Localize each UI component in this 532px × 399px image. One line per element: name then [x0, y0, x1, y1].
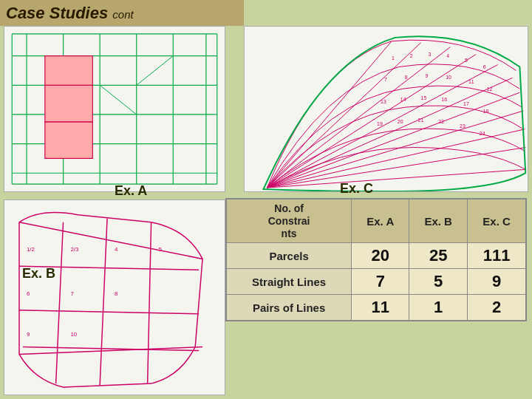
svg-text:5: 5 [159, 246, 163, 253]
svg-text:9: 9 [27, 331, 30, 338]
title-bar: Case Studies cont [0, 0, 244, 26]
map-c-svg: 123 456 789 101112 131415 161718 192021 … [245, 27, 528, 191]
svg-text:7: 7 [384, 77, 387, 82]
svg-text:11: 11 [468, 79, 474, 84]
svg-text:13: 13 [381, 99, 386, 104]
table-header-row: No. ofConstraints Ex. A Ex. B Ex. C [227, 200, 526, 243]
subtitle-text: cont [112, 8, 133, 21]
svg-text:9: 9 [426, 73, 429, 78]
svg-text:18: 18 [483, 109, 489, 114]
svg-rect-14 [45, 56, 92, 86]
svg-text:2: 2 [410, 53, 413, 58]
svg-text:10: 10 [70, 331, 77, 338]
col-header-ex-b: Ex. B [409, 200, 468, 243]
svg-text:3: 3 [428, 52, 431, 57]
svg-text:6: 6 [27, 290, 30, 297]
svg-text:1: 1 [392, 55, 395, 61]
cell-row1-col2: 9 [468, 269, 526, 295]
row-label-1: Straight Lines [227, 269, 352, 295]
svg-text:20: 20 [398, 119, 403, 124]
ex-b-text: Ex. B [22, 266, 55, 281]
svg-text:14: 14 [400, 97, 406, 102]
ex-a-text: Ex. A [115, 183, 147, 198]
table-row: Pairs of Lines1112 [227, 295, 526, 321]
svg-text:5: 5 [465, 58, 468, 63]
cell-row1-col0: 7 [352, 269, 409, 295]
svg-rect-13 [45, 85, 92, 122]
table-body: Parcels2025111Straight Lines759Pairs of … [227, 243, 526, 321]
svg-text:8: 8 [405, 75, 408, 80]
map-example-a [4, 26, 225, 192]
svg-text:16: 16 [441, 97, 447, 102]
table-row: Parcels2025111 [227, 243, 526, 269]
svg-text:21: 21 [418, 117, 424, 123]
svg-text:7: 7 [70, 290, 73, 297]
svg-rect-0 [4, 27, 224, 191]
svg-text:10: 10 [446, 75, 451, 80]
row-label-0: Parcels [227, 243, 352, 269]
svg-rect-12 [45, 122, 92, 159]
map-b-svg: 1/2 2/3 4 5 6 7 8 9 10 [4, 200, 225, 395]
col-header-ex-c: Ex. C [468, 200, 526, 243]
svg-text:24: 24 [480, 131, 485, 136]
cell-row0-col2: 111 [468, 243, 526, 269]
svg-text:6: 6 [483, 64, 486, 69]
ex-c-text: Ex. C [340, 181, 373, 196]
svg-text:22: 22 [438, 119, 444, 124]
data-table: No. ofConstraints Ex. A Ex. B Ex. C Parc… [226, 199, 526, 321]
label-ex-c: Ex. C [340, 181, 373, 197]
cell-row2-col0: 11 [352, 295, 409, 321]
map-example-c: 123 456 789 101112 131415 161718 192021 … [244, 26, 528, 192]
cell-row0-col1: 25 [409, 243, 468, 269]
page-title: Case Studies cont [6, 4, 134, 23]
svg-text:23: 23 [460, 123, 466, 129]
col-header-ex-a: Ex. A [352, 200, 409, 243]
svg-text:17: 17 [463, 101, 469, 106]
row-label-2: Pairs of Lines [227, 295, 352, 321]
cell-row0-col0: 20 [352, 243, 409, 269]
table-row: Straight Lines759 [227, 269, 526, 295]
svg-text:2/3: 2/3 [70, 246, 79, 253]
svg-rect-21 [4, 200, 225, 395]
svg-text:4: 4 [115, 246, 118, 253]
cell-row2-col2: 2 [468, 295, 526, 321]
title-text: Case Studies [6, 4, 108, 22]
svg-text:19: 19 [377, 121, 383, 126]
constraints-table: No. ofConstraints Ex. A Ex. B Ex. C Parc… [225, 198, 527, 321]
cell-row1-col1: 5 [409, 269, 468, 295]
svg-text:8: 8 [115, 290, 118, 297]
map-example-b: 1/2 2/3 4 5 6 7 8 9 10 [4, 200, 225, 395]
cell-row2-col1: 1 [409, 295, 468, 321]
svg-text:1/2: 1/2 [27, 246, 35, 253]
label-ex-b: Ex. B [22, 266, 55, 282]
svg-text:12: 12 [487, 86, 493, 92]
map-a-svg [4, 27, 225, 191]
svg-text:4: 4 [446, 53, 449, 58]
col-header-constraints: No. ofConstraints [227, 200, 352, 243]
svg-text:15: 15 [421, 95, 427, 100]
label-ex-a: Ex. A [115, 183, 147, 199]
